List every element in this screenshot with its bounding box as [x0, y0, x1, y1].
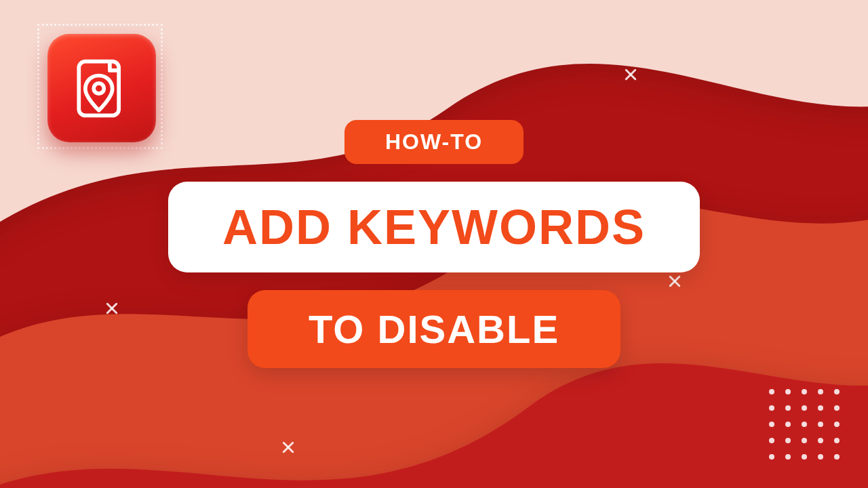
title-line-1: ADD KEYWORDS: [168, 182, 700, 272]
app-icon: [47, 34, 156, 142]
document-pin-icon: [70, 56, 134, 121]
x-decor-icon: [105, 302, 119, 315]
title-line-2: TO DISABLE: [248, 290, 620, 368]
dot-grid-decor: [769, 389, 841, 461]
how-to-badge: HOW-TO: [344, 120, 524, 164]
title-stack: HOW-TO ADD KEYWORDS TO DISABLE: [168, 120, 700, 368]
x-decor-icon: [281, 441, 295, 454]
svg-point-1: [94, 83, 104, 93]
thumbnail-canvas: HOW-TO ADD KEYWORDS TO DISABLE: [0, 0, 868, 488]
x-decor-icon: [624, 68, 637, 81]
